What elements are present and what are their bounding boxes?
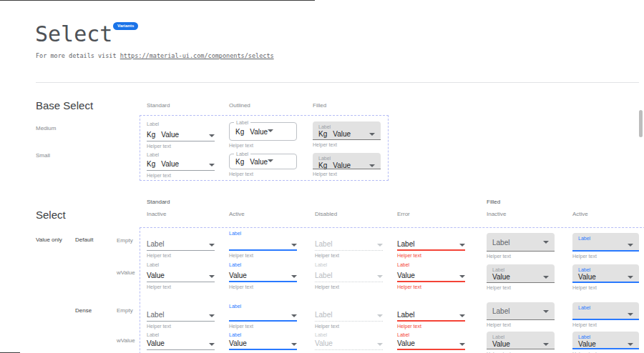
select-value: Value [578,273,628,281]
scrollbar-thumb[interactable] [639,110,643,137]
row-label-medium: Medium [36,125,56,131]
helper-text: Helper text [572,285,639,290]
select-label: Label [578,304,633,311]
base-select-heading: Base Select [36,99,93,111]
adornment-kg: Kg [318,130,327,138]
standard-active-wvalue-select[interactable]: Label Value Helper text [229,262,297,289]
select-value: Value [397,272,459,279]
standard-error-wvalue-dense-select[interactable]: Label Value Helper text [397,332,465,353]
standard-disabled-wvalue-dense-select[interactable]: Label Value Helper text [315,332,383,353]
standard-inactive-wvalue-select[interactable]: Label Value Helper text [147,262,215,289]
base-standard-medium-select[interactable]: Label KgValue Helper text [147,121,215,149]
select-label: Label [397,332,465,338]
helper-text: Helper text [229,253,297,258]
helper-text: Helper text [147,253,215,258]
filled-active-empty-select[interactable]: Label Helper text [572,233,639,259]
helper-text: Helper text [572,322,639,327]
base-outlined-small-select[interactable]: LabelKgValue Helper text [229,154,297,176]
row-label-wvalue-dense: wValue [117,337,135,344]
base-outlined-medium-select[interactable]: LabelKgValue Helper text [229,122,297,148]
filled-inactive-wvalue-select[interactable]: Label Value Helper text [487,264,555,290]
select-label: Label [492,334,549,340]
select-value: Value [147,339,209,347]
standard-error-empty-select[interactable]: Label Helper text [397,230,465,258]
standard-disabled-empty-select[interactable]: Label Helper text [315,230,383,258]
base-filled-small-select[interactable]: Label KgValue Helper text [313,153,381,176]
material-ui-link[interactable]: https://material-ui.com/components/selec… [120,52,274,59]
select-value: Value [250,158,268,166]
group-header-filled: Filled [487,199,500,205]
helper-text: Helper text [147,284,215,289]
standard-inactive-empty-dense-select[interactable]: Label Helper text [147,303,215,329]
dropdown-caret-icon [291,244,297,247]
standard-active-empty-select[interactable]: Label Helper text [229,230,297,258]
standard-disabled-empty-dense-select[interactable]: Label Helper text [315,303,383,329]
row-label-small: Small [36,152,50,159]
select-label: Label [318,124,375,130]
dropdown-caret-icon [291,314,297,317]
helper-text: Helper text [229,324,297,329]
column-header-inactive: Inactive [147,211,167,217]
standard-error-wvalue-select[interactable]: Label Value Helper text [397,262,465,289]
base-standard-small-select[interactable]: Label KgValue Helper text [147,151,215,178]
filled-active-wvalue-select[interactable]: Label Value Helper text [572,264,639,290]
filled-inactive-wvalue-dense-select[interactable]: Label Value Helper text [487,332,555,353]
column-header-active: Active [229,211,245,217]
select-label: Label [315,332,383,338]
dropdown-caret-icon [628,244,633,247]
dropdown-caret-icon [377,244,383,247]
dropdown-caret-icon [291,275,297,278]
standard-inactive-wvalue-dense-select[interactable]: Label Value Helper text [147,332,215,353]
filled-inactive-empty-select[interactable]: Label Helper text [487,233,555,259]
select-value: Value [229,339,291,347]
dropdown-caret-icon [628,343,633,346]
column-header-outlined: Outlined [229,102,250,109]
select-label: Label [147,151,215,158]
select-label: Label [147,332,215,338]
dropdown-caret-icon [268,159,273,162]
helper-text: Helper text [397,284,465,289]
row-label-dense: Dense [75,307,92,314]
column-header-filled-active: Active [572,211,588,217]
dropdown-caret-icon [209,275,215,278]
select-label: Label [229,262,297,268]
select-placeholder: Label [492,239,543,247]
select-components-page: Select Variants For more details visit h… [0,0,644,353]
dropdown-caret-icon [369,164,375,167]
dropdown-caret-icon [543,343,549,346]
select-placeholder: Label [397,311,459,319]
standard-active-wvalue-dense-select[interactable]: Label Value Helper text [229,332,297,353]
column-header-filled-inactive: Inactive [487,211,507,217]
standard-error-empty-dense-select[interactable]: Label Helper text [397,303,465,329]
select-label: Label [315,262,383,268]
base-filled-medium-select[interactable]: Label KgValue Helper text [313,121,381,147]
helper-text: Helper text [147,144,215,149]
select-value: Label [315,272,377,279]
adornment-kg: Kg [235,158,244,166]
helper-text: Helper text [487,254,555,259]
row-label-value-only: Value only [36,237,62,243]
dropdown-caret-icon [369,133,375,136]
select-value: Value [333,130,369,138]
select-placeholder: Label [492,307,543,315]
filled-inactive-empty-dense-select[interactable]: Label Helper text [487,302,555,327]
standard-active-empty-dense-select[interactable]: Label Helper text [229,303,297,329]
helper-text: Helper text [229,143,297,148]
standard-disabled-wvalue-select[interactable]: Label Label Helper text [315,262,383,289]
helper-text: Helper text [315,284,383,289]
row-label-empty-default: Empty [117,237,133,244]
select-placeholder: Label [315,240,377,248]
dropdown-caret-icon [209,314,215,317]
select-label: Label [578,267,633,273]
select-value: Value [492,340,543,348]
standard-inactive-empty-select[interactable]: Label Helper text [147,230,215,258]
select-value: Value [250,128,268,136]
helper-text: Helper text [315,324,383,329]
filled-active-empty-dense-select[interactable]: Label Helper text [572,302,639,327]
column-header-error: Error [397,211,410,217]
select-label: Label [229,303,297,309]
filled-active-wvalue-dense-select[interactable]: Label Value Helper text [572,332,639,353]
adornment-kg: Kg [318,161,327,169]
select-placeholder: Label [397,240,459,248]
select-label: Label [147,262,215,268]
